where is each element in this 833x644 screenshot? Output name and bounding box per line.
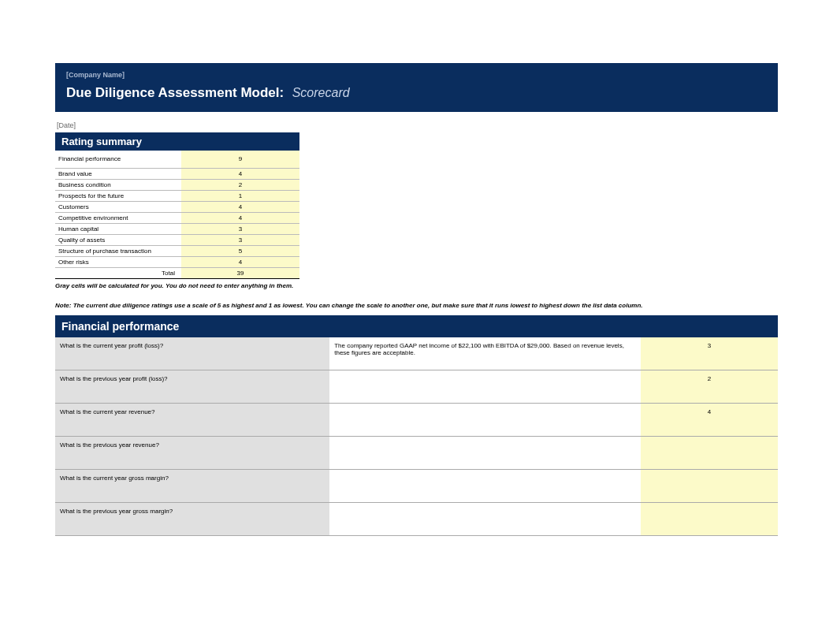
table-row: What is the current year revenue? 4 [55, 404, 778, 437]
date-placeholder: [Date] [57, 121, 778, 129]
table-row: What is the current year profit (loss)? … [55, 337, 778, 370]
answer-cell[interactable] [329, 404, 641, 437]
rating-cell[interactable]: 4 [641, 404, 778, 437]
table-row: Competitive environment 4 [55, 212, 299, 223]
rating-summary-header: Rating summary [55, 132, 299, 151]
rating-label: Business condition [55, 179, 181, 190]
rating-label: Financial performance [55, 151, 181, 168]
rating-cell[interactable] [641, 470, 778, 503]
rating-cell[interactable]: 2 [641, 370, 778, 404]
question-cell: What is the current year gross margin? [55, 470, 329, 503]
question-cell: What is the previous year gross margin? [55, 503, 329, 536]
answer-cell[interactable] [329, 470, 641, 503]
question-cell: What is the previous year revenue? [55, 437, 329, 470]
rating-summary-table: Financial performance 9 Brand value 4 Bu… [55, 151, 299, 279]
gray-cells-note: Gray cells will be calculated for you. Y… [55, 282, 778, 289]
rating-value[interactable]: 4 [181, 256, 299, 267]
table-row: Quality of assets 3 [55, 234, 299, 245]
answer-cell[interactable]: The company reported GAAP net income of … [329, 337, 641, 370]
table-row: What is the previous year profit (loss)?… [55, 370, 778, 404]
rating-value[interactable]: 4 [181, 168, 299, 179]
table-row: Financial performance 9 [55, 151, 299, 168]
rating-value[interactable]: 1 [181, 190, 299, 201]
rating-label: Prospects for the future [55, 190, 181, 201]
rating-label: Structure of purchase transaction [55, 245, 181, 256]
total-label: Total [55, 267, 181, 278]
rating-value[interactable]: 4 [181, 212, 299, 223]
table-row: Business condition 2 [55, 179, 299, 190]
scale-note: Note: The current due diligence ratings … [55, 302, 778, 309]
answer-cell[interactable] [329, 370, 641, 404]
table-row: What is the current year gross margin? [55, 470, 778, 503]
rating-value[interactable]: 5 [181, 245, 299, 256]
rating-label: Quality of assets [55, 234, 181, 245]
financial-performance-header: Financial performance [55, 315, 778, 337]
table-row: Other risks 4 [55, 256, 299, 267]
rating-value[interactable]: 4 [181, 201, 299, 212]
rating-label: Human capital [55, 223, 181, 234]
rating-label: Other risks [55, 256, 181, 267]
answer-cell[interactable] [329, 503, 641, 536]
answer-cell[interactable] [329, 437, 641, 470]
table-row: Structure of purchase transaction 5 [55, 245, 299, 256]
rating-cell[interactable] [641, 503, 778, 536]
rating-value[interactable]: 3 [181, 223, 299, 234]
subtitle: Scorecard [292, 86, 350, 99]
rating-value[interactable]: 9 [181, 151, 299, 168]
question-cell: What is the current year revenue? [55, 404, 329, 437]
table-row: Prospects for the future 1 [55, 190, 299, 201]
total-value: 39 [181, 267, 299, 278]
table-row: What is the previous year revenue? [55, 437, 778, 470]
table-row: Customers 4 [55, 201, 299, 212]
rating-label: Brand value [55, 168, 181, 179]
rating-cell[interactable] [641, 437, 778, 470]
question-cell: What is the current year profit (loss)? [55, 337, 329, 370]
company-name: [Company Name] [66, 71, 767, 79]
financial-performance-table: What is the current year profit (loss)? … [55, 337, 778, 537]
table-row: Brand value 4 [55, 168, 299, 179]
rating-label: Customers [55, 201, 181, 212]
table-row: Human capital 3 [55, 223, 299, 234]
question-cell: What is the previous year profit (loss)? [55, 370, 329, 404]
rating-value[interactable]: 2 [181, 179, 299, 190]
main-title: Due Diligence Assessment Model: [66, 85, 284, 100]
table-row: What is the previous year gross margin? [55, 503, 778, 536]
rating-summary-block: Rating summary Financial performance 9 B… [55, 132, 299, 279]
rating-label: Competitive environment [55, 212, 181, 223]
total-row: Total 39 [55, 267, 299, 278]
rating-value[interactable]: 3 [181, 234, 299, 245]
header-banner: [Company Name] Due Diligence Assessment … [55, 63, 778, 112]
rating-cell[interactable]: 3 [641, 337, 778, 370]
